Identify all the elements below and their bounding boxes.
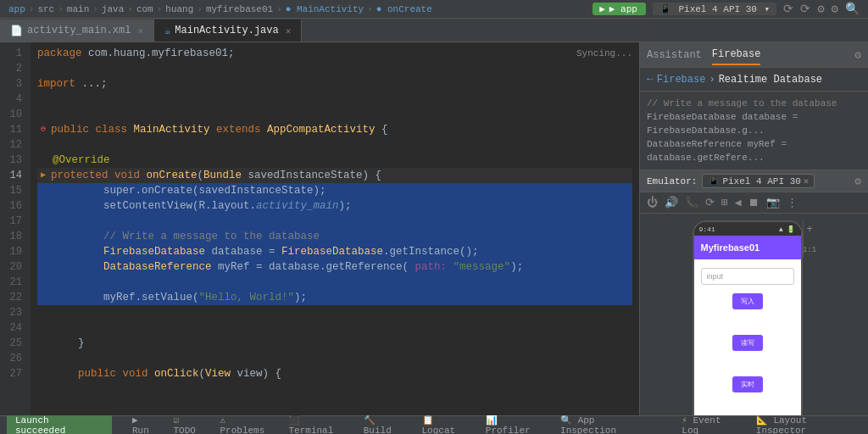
toolbar-icon-5[interactable]: 🔍	[845, 2, 860, 16]
code-line-21	[37, 275, 632, 290]
breadcrumb-oncreate[interactable]: ● onCreate	[376, 4, 432, 14]
tab-mainactivity-java[interactable]: ☕ MainActivity.java ✕	[154, 19, 302, 42]
phone-input-field[interactable]: input	[701, 268, 794, 285]
tab-activity-xml[interactable]: 📄 activity_main.xml ✕	[0, 19, 154, 42]
breadcrumb-mainactivity[interactable]: ● MainActivity	[286, 4, 364, 14]
right-side-buttons: + 1:1	[803, 220, 816, 258]
problems-tab[interactable]: ⚠ Problems	[220, 415, 275, 434]
side-plus-btn[interactable]: +	[806, 224, 812, 236]
phone-btn-read[interactable]: 读写	[732, 335, 763, 351]
code-line-11: ⊖public class MainActivity extends AppCo…	[37, 122, 632, 137]
code-line-2	[37, 61, 632, 76]
code-line-27: public void onClick(View view) {	[37, 366, 632, 381]
launch-succeeded-text: Launch succeeded	[15, 415, 65, 435]
java-file-icon: ☕	[164, 25, 170, 37]
nav-prev-icon[interactable]: ◀	[735, 196, 742, 209]
phone-app-title: Myfirebase01	[701, 242, 760, 253]
layout-inspector-btn[interactable]: 📐 Layout Inspector	[756, 415, 861, 434]
snippet-line-2: FirebaseDatabase database = FirebaseData…	[647, 110, 861, 137]
toolbar-icon-4[interactable]: ⚙	[832, 2, 838, 16]
code-line-13: @Override	[37, 153, 632, 168]
code-line-18: // Write a message to the database	[37, 229, 632, 244]
logcat-tab[interactable]: 📋 Logcat	[422, 415, 472, 434]
run-tab[interactable]: ▶ Run	[132, 415, 160, 434]
code-line-3: import ...;	[37, 76, 632, 92]
volume-icon[interactable]: 🔊	[665, 196, 678, 209]
camera-icon[interactable]: 📷	[766, 196, 780, 209]
device-icon: 📱	[708, 175, 720, 186]
code-line-17	[37, 214, 632, 229]
panel-tabs: Assistant Firebase ⚙	[640, 42, 868, 68]
tab-bar: 📄 activity_main.xml ✕ ☕ MainActivity.jav…	[0, 19, 868, 42]
code-line-16: setContentView(R.layout.activity_main);	[37, 198, 632, 214]
profiler-tab[interactable]: 📊 Profiler	[486, 415, 547, 434]
run-button[interactable]: ▶ ▶ app	[593, 3, 646, 15]
toolbar-icon-2[interactable]: ⟳	[800, 2, 810, 16]
main-content: 1 2 3 4 10 11 12 13 14 15 16 17 18 19 20…	[0, 42, 868, 415]
app-inspection-tab[interactable]: 🔍 App Inspection	[560, 415, 654, 434]
code-editor[interactable]: 1 2 3 4 10 11 12 13 14 15 16 17 18 19 20…	[0, 42, 639, 415]
phone-signal: ▲ 🔋	[779, 225, 796, 233]
rotate-icon[interactable]: ⟳	[705, 196, 715, 209]
code-line-20: DatabaseReference myRef = database.getRe…	[37, 259, 632, 275]
emulator-device-selector[interactable]: 📱 Pixel 4 API 30 ✕	[702, 174, 815, 188]
tab-assistant[interactable]: Assistant	[647, 46, 702, 64]
phone-time: 9:41	[699, 225, 715, 233]
firebase-panel-content: ← Firebase › Realtime Database // Write …	[640, 68, 868, 415]
build-tab[interactable]: 🔨 Build	[364, 415, 409, 434]
side-ratio-btn[interactable]: 1:1	[803, 246, 816, 254]
breadcrumb-java[interactable]: java	[102, 4, 124, 14]
breadcrumb-src[interactable]: src	[37, 4, 54, 14]
close-xml-tab[interactable]: ✕	[137, 25, 143, 36]
stop-icon[interactable]: ⏹	[748, 197, 760, 209]
realtime-database-label: Realtime Database	[719, 74, 822, 86]
code-line-1: package com.huang.myfirebase01;	[37, 46, 632, 61]
emulator-controls: ⏻ 🔊 📞 ⟳ ⊞ ◀ ⏹ 📷 ⋮	[640, 192, 868, 214]
power-icon[interactable]: ⏻	[647, 197, 658, 209]
expand-icon[interactable]: ⊞	[721, 196, 728, 209]
phone-btn-write[interactable]: 写入	[732, 293, 763, 309]
code-line-14: ▶protected void onCreate(Bundle savedIns…	[37, 168, 632, 183]
code-line-19: FirebaseDatabase database = FirebaseData…	[37, 244, 632, 259]
device-selector[interactable]: 📱 Pixel 4 API 30 ▾	[653, 3, 776, 15]
code-line-24	[37, 320, 632, 336]
phone-app-bar: Myfirebase01	[694, 236, 801, 259]
firebase-back-arrow[interactable]: ←	[647, 73, 654, 86]
phone-status-bar: 9:41 ▲ 🔋	[694, 222, 801, 236]
emulator-close-icon[interactable]: ✕	[804, 175, 810, 186]
code-line-4	[37, 92, 632, 107]
toolbar-icon-1[interactable]: ⟳	[783, 2, 793, 16]
code-content[interactable]: Syncing... package com.huang.myfirebase0…	[31, 42, 639, 415]
firebase-back-label[interactable]: Firebase	[657, 74, 706, 86]
breadcrumb-huang[interactable]: huang	[165, 4, 193, 14]
emulator-settings-icon[interactable]: ⚙	[854, 175, 861, 188]
snippet-line-3: DatabaseReference myRef = database.getRe…	[647, 137, 861, 164]
phone-icon[interactable]: 📞	[685, 196, 698, 209]
code-line-26	[37, 351, 632, 366]
phone-wrapper: 9:41 ▲ 🔋 Myfirebase01 input 写入 读写	[640, 214, 868, 415]
code-line-25: }	[37, 336, 632, 351]
status-bar: Launch succeeded ▶ Run ☑ TODO ⚠ Problems…	[0, 415, 868, 434]
breadcrumb-myfirebase[interactable]: myfirebase01	[206, 4, 273, 14]
todo-tab[interactable]: ☑ TODO	[173, 415, 206, 434]
tab-firebase[interactable]: Firebase	[712, 45, 761, 65]
code-line-22: myRef.setValue("Hello, World!");	[37, 290, 632, 305]
more-icon[interactable]: ⋮	[787, 196, 798, 209]
phone-body[interactable]: input 写入 读写 实时	[694, 259, 801, 415]
emulator-bar: Emulator: 📱 Pixel 4 API 30 ✕ ⚙	[640, 170, 868, 192]
emulator-label: Emulator:	[647, 176, 697, 186]
event-log-btn[interactable]: ⚡ Event Log	[682, 415, 743, 434]
toolbar-icon-3[interactable]: ⚙	[817, 2, 824, 16]
firebase-nav-header: ← Firebase › Realtime Database	[640, 68, 868, 92]
close-java-tab[interactable]: ✕	[286, 25, 292, 36]
breadcrumb-bar: app › src › main › java › com › huang › …	[0, 0, 868, 19]
code-line-15: super.onCreate(savedInstanceState);	[37, 183, 632, 198]
breadcrumb-com[interactable]: com	[136, 4, 153, 14]
panel-settings-icon[interactable]: ⚙	[854, 48, 861, 62]
phone-btn-realtime[interactable]: 实时	[732, 376, 763, 392]
terminal-tab[interactable]: ⬛ Terminal	[288, 415, 349, 434]
breadcrumb-app[interactable]: app	[8, 4, 25, 14]
right-panel: Assistant Firebase ⚙ ← Firebase › Realti…	[639, 42, 868, 415]
breadcrumb-main[interactable]: main	[67, 4, 89, 14]
code-line-12	[37, 137, 632, 153]
